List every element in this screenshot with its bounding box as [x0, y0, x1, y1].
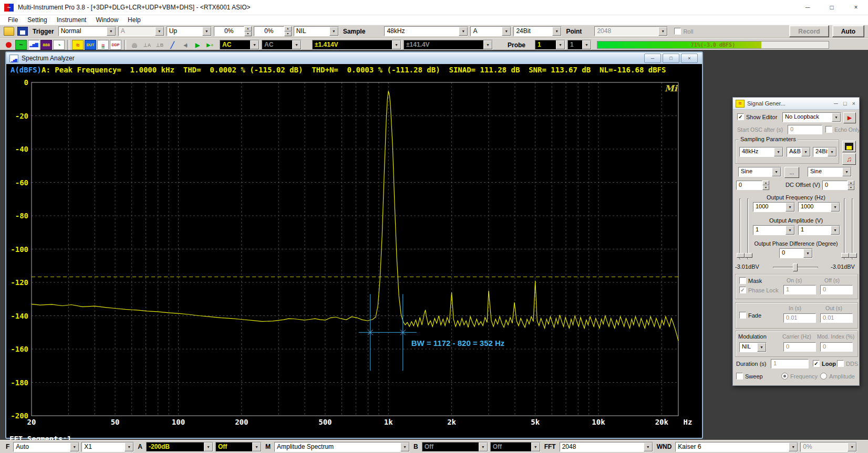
waveform-b-select[interactable]: Sine: [808, 167, 852, 177]
trigger-mode-select[interactable]: Normal: [58, 26, 116, 36]
chevron-down-icon[interactable]: [774, 148, 783, 156]
chevron-down-icon[interactable]: [392, 40, 401, 49]
chevron-down-icon[interactable]: [803, 249, 812, 258]
chevron-down-icon[interactable]: [107, 27, 116, 36]
fade-checkbox[interactable]: Fade: [739, 312, 761, 319]
chevron-down-icon[interactable]: [202, 27, 211, 36]
chevron-down-icon[interactable]: [204, 443, 213, 451]
spin-down-icon[interactable]: [762, 185, 769, 190]
spin-up-icon[interactable]: [762, 181, 769, 185]
loop-checkbox[interactable]: Loop: [813, 360, 836, 367]
sample-channel-select[interactable]: A: [470, 26, 511, 36]
derived-curve-icon[interactable]: [97, 40, 109, 50]
waveform-a-select[interactable]: Sine: [738, 167, 781, 177]
oscilloscope-icon[interactable]: [15, 40, 27, 50]
spin-down-icon[interactable]: [848, 185, 854, 190]
chevron-down-icon[interactable]: [786, 203, 794, 212]
menu-file[interactable]: File: [3, 16, 23, 24]
chevron-down-icon[interactable]: [552, 27, 561, 36]
amplitude-a-select[interactable]: 1: [753, 225, 795, 235]
more-waveform-button[interactable]: ...: [784, 167, 799, 178]
spectrum-analyzer-icon[interactable]: [28, 40, 39, 50]
mode-select[interactable]: Amplitude Spectrum: [274, 442, 410, 452]
slider-thumb[interactable]: [737, 253, 745, 258]
chevron-down-icon[interactable]: [842, 167, 851, 176]
level-slider-a-right[interactable]: [747, 198, 749, 259]
close-icon[interactable]: ×: [852, 100, 855, 107]
gen-bits-select[interactable]: 24Bit: [813, 147, 837, 157]
dc-offset-b-input[interactable]: 0: [822, 181, 848, 190]
slider-thumb[interactable]: [745, 253, 752, 258]
save-file-icon[interactable]: [17, 27, 28, 36]
chevron-down-icon[interactable]: [644, 443, 653, 451]
bit-depth-select[interactable]: 24Bit: [513, 26, 562, 36]
sweep-checkbox[interactable]: Sweep: [736, 373, 763, 380]
range-a-display-select[interactable]: -200dB: [146, 442, 213, 452]
maximize-icon[interactable]: □: [820, 0, 844, 15]
chevron-down-icon[interactable]: [831, 203, 840, 212]
slider-thumb[interactable]: [793, 264, 798, 271]
minimize-icon[interactable]: ─: [644, 54, 661, 63]
trigger-edge-select[interactable]: Up: [167, 26, 212, 36]
chevron-down-icon[interactable]: [801, 148, 810, 156]
probe-a-select[interactable]: 1: [535, 40, 565, 50]
sample-rate-select[interactable]: 48kHz: [384, 26, 468, 36]
save-waveform-button[interactable]: [842, 141, 856, 152]
chevron-down-icon[interactable]: [250, 40, 259, 49]
run-icon[interactable]: [192, 40, 203, 50]
chevron-down-icon[interactable]: [502, 27, 511, 36]
minimize-icon[interactable]: ─: [834, 100, 838, 107]
ddp-viewer-icon[interactable]: DDP: [110, 40, 121, 50]
chevron-down-icon[interactable]: [70, 443, 79, 451]
trigger-hpf-select[interactable]: NIL: [294, 26, 339, 36]
spectrum-window-titlebar[interactable]: Spectrum Analyzer ─ □ ×: [6, 52, 702, 64]
chevron-down-icon[interactable]: [252, 443, 261, 451]
menu-window[interactable]: Window: [91, 16, 123, 24]
ref-a-select[interactable]: Off: [215, 442, 262, 452]
slider-thumb[interactable]: [841, 253, 849, 258]
speaker-icon[interactable]: [179, 40, 191, 50]
coupling-a-select[interactable]: AC: [220, 40, 260, 50]
amplitude-b-select[interactable]: 1: [798, 225, 840, 235]
level-slider-a-left[interactable]: [739, 198, 741, 259]
chevron-down-icon[interactable]: [125, 443, 133, 451]
chevron-down-icon[interactable]: [757, 343, 766, 352]
range-a-select[interactable]: ±1.414V: [312, 40, 401, 50]
gen-channels-select[interactable]: A&B: [787, 147, 811, 157]
show-editor-checkbox[interactable]: Show Editor: [737, 113, 777, 120]
window-function-select[interactable]: Kaiser 6: [675, 442, 798, 452]
mask-checkbox[interactable]: Mask: [739, 277, 762, 284]
signal-generator-icon[interactable]: [72, 40, 84, 50]
trigger-delay-input[interactable]: 0%: [254, 26, 292, 36]
chevron-down-icon[interactable]: [329, 27, 338, 36]
close-icon[interactable]: ×: [681, 54, 698, 63]
spectrum-3d-plot-icon[interactable]: [53, 40, 65, 50]
spin-up-icon[interactable]: [848, 181, 854, 185]
fft-size-select[interactable]: 2048: [560, 442, 653, 452]
chevron-down-icon[interactable]: [789, 443, 798, 451]
level-slider-b-right[interactable]: [852, 198, 853, 259]
device-test-plan-icon[interactable]: DUT: [85, 40, 96, 50]
close-icon[interactable]: ×: [844, 0, 868, 15]
app-titlebar[interactable]: ~ Multi-Instrument Pro 3.8 - [+3DP+DLG+L…: [0, 0, 868, 15]
music-file-button[interactable]: ♫: [842, 153, 856, 165]
trigger-level-input[interactable]: 0%: [214, 26, 252, 36]
signal-generator-titlebar[interactable]: ≈ Signal Gener... ─ □ ×: [733, 98, 859, 110]
gen-sample-rate-select[interactable]: 48kHz: [739, 147, 783, 157]
spin-down-icon[interactable]: [244, 31, 252, 37]
auto-button[interactable]: Auto: [832, 25, 864, 37]
run-generator-button[interactable]: ▶: [843, 112, 856, 123]
record-icon[interactable]: [3, 40, 14, 50]
chevron-down-icon[interactable]: [831, 226, 840, 235]
chevron-down-icon[interactable]: [459, 27, 468, 36]
spin-up-icon[interactable]: [244, 26, 252, 31]
maximize-icon[interactable]: □: [843, 100, 847, 107]
maximize-icon[interactable]: □: [663, 54, 679, 63]
spectrum-plot[interactable]: 0-20-40-60-80-100-120-140-160-180-200205…: [7, 76, 700, 437]
chevron-down-icon[interactable]: [400, 443, 409, 451]
slider-thumb[interactable]: [849, 253, 857, 258]
spin-up-icon[interactable]: [284, 26, 292, 31]
phase-select[interactable]: 0: [779, 248, 813, 258]
modulation-select[interactable]: NIL: [739, 342, 767, 352]
loopback-select[interactable]: No Loopback: [782, 112, 841, 122]
